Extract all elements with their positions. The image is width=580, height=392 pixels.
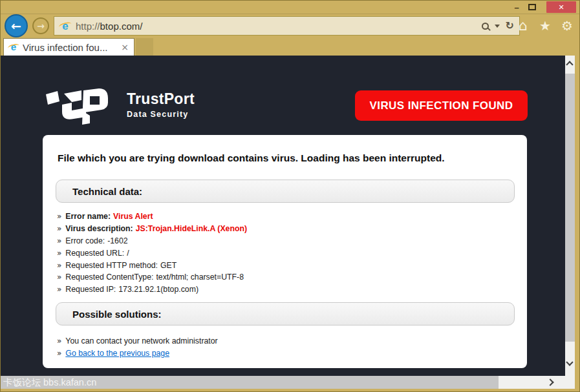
bullet-icon: » <box>57 273 61 282</box>
technical-data-title: Technical data: <box>72 186 142 197</box>
go-back-link[interactable]: Go back to the previous page <box>65 349 169 358</box>
home-icon[interactable]: ⌂ <box>515 19 532 33</box>
logo-text: TrustPort Data Security <box>127 90 195 126</box>
tech-row-requested-url: » Requested URL: / <box>57 247 247 259</box>
tech-label: Requested IP: <box>65 285 116 294</box>
alert-heading: File which you are trying download conta… <box>58 152 517 164</box>
url-text[interactable]: http://btop.com/ <box>76 21 482 32</box>
scroll-down-icon[interactable] <box>566 358 573 366</box>
logo-name: TrustPort <box>127 90 195 108</box>
technical-data-list: » Error name: Virus Alert » Virus descri… <box>57 211 247 296</box>
tech-label: Virus description: <box>65 224 133 233</box>
bullet-icon: » <box>57 212 61 221</box>
maximize-icon <box>528 4 536 10</box>
settings-gear-icon[interactable]: ⚙ <box>559 19 575 32</box>
close-button[interactable]: ✕ <box>546 1 576 13</box>
navigation-bar: ← → e http://btop.com/ ↻ ⌂ ★ ⚙ <box>1 14 579 37</box>
bullet-icon: » <box>57 285 61 294</box>
chevron-down-icon[interactable] <box>495 25 500 28</box>
technical-data-header: Technical data: <box>56 180 515 203</box>
browser-window: – ✕ ← → e http://btop.com/ ↻ ⌂ ★ ⚙ e <box>0 0 580 392</box>
alert-card: File which you are trying download conta… <box>43 135 527 368</box>
window-controls: – ✕ <box>509 1 576 13</box>
forward-button[interactable]: → <box>32 17 49 34</box>
new-tab-button[interactable] <box>136 38 153 56</box>
tech-label: Requested HTTP method: <box>65 261 158 270</box>
possible-solutions-title: Possible solutions: <box>72 309 162 320</box>
browser-toolbar: ⌂ ★ ⚙ <box>515 19 575 33</box>
tab-title: Virus infection fou... <box>23 42 120 53</box>
solution-row-go-back: » Go back to the previous page <box>57 347 218 360</box>
address-bar-tools: ↻ <box>482 21 514 31</box>
bullet-icon: » <box>57 349 61 358</box>
title-bar: – ✕ <box>1 1 579 14</box>
back-button[interactable]: ← <box>5 14 28 37</box>
tech-row-http-method: » Requested HTTP method: GET <box>57 259 247 271</box>
tech-label: Error code: <box>65 236 105 245</box>
tab-close-icon[interactable]: × <box>120 43 130 52</box>
bullet-icon: » <box>57 336 61 346</box>
tech-row-requested-ip: » Requested IP: 173.21.92.1(btop.com) <box>57 284 247 296</box>
horizontal-scrollbar[interactable]: 卡饭论坛 bbs.kafan.cn <box>1 376 575 389</box>
ie-favicon-icon: e <box>59 20 71 32</box>
bullet-icon: » <box>57 261 61 270</box>
scroll-right-icon[interactable] <box>546 378 553 386</box>
trustport-logo-icon <box>45 86 113 126</box>
tech-value: JS:Trojan.HideLink.A (Xenon) <box>136 224 247 233</box>
bullet-icon: » <box>57 236 61 245</box>
bullet-icon: » <box>57 249 61 258</box>
tech-label: Requested URL: <box>65 249 124 258</box>
address-bar[interactable]: e http://btop.com/ ↻ <box>54 16 520 36</box>
vertical-scrollbar-thumb[interactable] <box>565 74 575 342</box>
tech-label: Error name: <box>65 212 111 221</box>
url-host: btop.com/ <box>100 21 143 32</box>
tech-label: Requested ContentType: <box>65 273 153 282</box>
vertical-scrollbar[interactable] <box>565 56 575 376</box>
tech-value: / <box>127 249 129 258</box>
tech-row-virus-description: » Virus description: JS:Trojan.HideLink.… <box>57 223 247 235</box>
tech-row-content-type: » Requested ContentType: text/html; char… <box>57 271 247 284</box>
logo-tagline: Data Security <box>127 110 195 119</box>
virus-alert-badge: VIRUS INFECTION FOUND <box>355 90 528 121</box>
tab-virus-infection[interactable]: e Virus infection fou... × <box>3 38 134 56</box>
tech-row-error-code: » Error code: -1602 <box>57 235 247 247</box>
search-icon[interactable] <box>482 23 489 30</box>
favorites-star-icon[interactable]: ★ <box>537 19 553 32</box>
tech-value: text/html; charset=UTF-8 <box>156 273 244 282</box>
refresh-icon[interactable]: ↻ <box>506 21 514 31</box>
tech-row-error-name: » Error name: Virus Alert <box>57 211 247 223</box>
solution-row-contact-admin: » You can contact your network administr… <box>57 335 218 347</box>
tab-bar: e Virus infection fou... × <box>1 37 579 56</box>
tab-favicon-icon: e <box>8 42 19 52</box>
scroll-up-icon[interactable] <box>566 61 573 68</box>
tech-value: Virus Alert <box>113 212 153 221</box>
possible-solutions-header: Possible solutions: <box>56 302 515 325</box>
url-scheme: http:// <box>76 21 100 32</box>
solution-text: You can contact your network administrat… <box>65 336 217 346</box>
tech-value: 173.21.92.1(btop.com) <box>118 285 199 294</box>
minimize-button[interactable]: – <box>509 1 524 13</box>
maximize-button[interactable] <box>524 1 540 13</box>
solutions-list: » You can contact your network administr… <box>57 335 218 360</box>
trustport-logo: TrustPort Data Security <box>45 86 195 126</box>
tech-value: GET <box>160 261 177 270</box>
tech-value: -1602 <box>107 236 127 245</box>
bullet-icon: » <box>57 224 61 233</box>
forum-watermark: 卡饭论坛 bbs.kafan.cn <box>3 376 96 389</box>
page-viewport: TrustPort Data Security VIRUS INFECTION … <box>1 56 575 376</box>
